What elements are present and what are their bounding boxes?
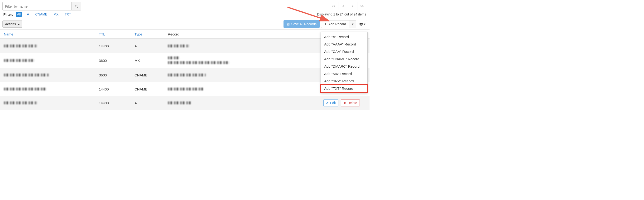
caret-down-icon [352,24,354,25]
table-row: 3600 CNAME Edit Delete [0,68,370,82]
dns-records-table: Name TTL Type Record Actions 14400 A Edi… [0,30,370,110]
table-row: 3600 MX Edit Delete [0,53,370,68]
svg-rect-3 [288,24,289,25]
record-name-redacted [4,74,49,76]
pencil-icon [326,102,329,104]
add-a-record-option[interactable]: Add "A" Record [321,33,368,41]
record-name-redacted [4,45,37,47]
add-caa-record-option[interactable]: Add "CAA" Record [321,48,368,55]
caret-down-icon [364,24,366,25]
save-all-records-button[interactable]: Save All Records [284,20,320,28]
page-next-button[interactable]: > [348,2,358,10]
plus-icon [324,23,327,26]
ttl-value: 3600 [95,53,131,68]
search-button[interactable] [71,2,81,11]
save-all-label: Save All Records [291,22,316,26]
filter-all[interactable]: All [16,12,22,17]
ttl-value: 14400 [95,39,131,53]
add-aaaa-record-option[interactable]: Add "AAAA" Record [321,41,368,48]
add-record-dropdown-menu: Add "A" Record Add "AAAA" Record Add "CA… [320,32,368,93]
gear-icon [359,22,363,26]
table-row: 14400 CNAME Edit Delete [0,82,370,96]
type-value: A [131,39,164,53]
page-first-button[interactable]: << [329,2,338,10]
record-value-redacted [168,56,180,59]
filter-cname[interactable]: CNAME [34,12,49,17]
actions-label: Actions [5,22,16,26]
trash-icon [344,102,346,104]
add-txt-record-option[interactable]: Add "TXT" Record [321,85,368,92]
record-value-redacted [168,74,206,76]
table-row: 14400 A Edit Delete [0,96,370,110]
type-value: CNAME [131,82,164,96]
add-record-label: Add Record [328,22,346,26]
search-icon [74,5,78,8]
svg-rect-2 [288,23,288,24]
filter-by-name-input[interactable] [2,2,71,11]
type-value: MX [131,53,164,68]
column-type[interactable]: Type [131,30,164,39]
record-value-redacted [168,45,189,47]
table-row: 14400 A Edit Delete [0,39,370,53]
type-value: A [131,96,164,110]
add-srv-record-option[interactable]: Add "SRV" Record [321,77,368,85]
display-count-text: Displaying 1 to 24 out of 24 items [317,12,366,16]
delete-label: Delete [348,101,357,105]
record-name-redacted [4,88,46,90]
delete-button[interactable]: Delete [341,99,360,107]
record-value-redacted [168,61,230,64]
filter-mx[interactable]: MX [52,12,60,17]
record-name-redacted [4,59,35,62]
add-cname-record-option[interactable]: Add "CNAME" Record [321,55,368,63]
add-dmarc-record-option[interactable]: Add "DMARC" Record [321,63,368,70]
record-value-redacted [168,102,192,104]
column-ttl[interactable]: TTL [95,30,131,39]
record-value-redacted [168,88,204,90]
add-record-dropdown-toggle[interactable] [349,21,356,28]
actions-dropdown-button[interactable]: Actions [2,21,22,28]
ttl-value: 14400 [95,96,131,110]
page-prev-button[interactable]: < [338,2,348,10]
record-name-redacted [4,102,37,104]
add-mx-record-option[interactable]: Add "MX" Record [321,70,368,77]
column-name[interactable]: Name [0,30,95,39]
svg-point-0 [75,5,77,7]
caret-down-icon [18,24,20,25]
settings-button[interactable] [358,20,367,28]
ttl-value: 3600 [95,68,131,82]
filter-txt[interactable]: TXT [63,12,72,17]
save-icon [286,23,290,26]
filter-label: Filter: [3,12,13,17]
filter-a[interactable]: A [26,12,30,17]
svg-line-1 [77,7,78,7]
add-record-button[interactable]: Add Record [321,21,349,28]
edit-label: Edit [330,101,336,105]
page-last-button[interactable]: >> [358,2,367,10]
filter-links: All A CNAME MX TXT [16,12,72,17]
ttl-value: 14400 [95,82,131,96]
type-value: CNAME [131,68,164,82]
column-record: Record [164,30,320,39]
edit-button[interactable]: Edit [324,99,338,107]
pagination: << < > >> [329,2,367,10]
